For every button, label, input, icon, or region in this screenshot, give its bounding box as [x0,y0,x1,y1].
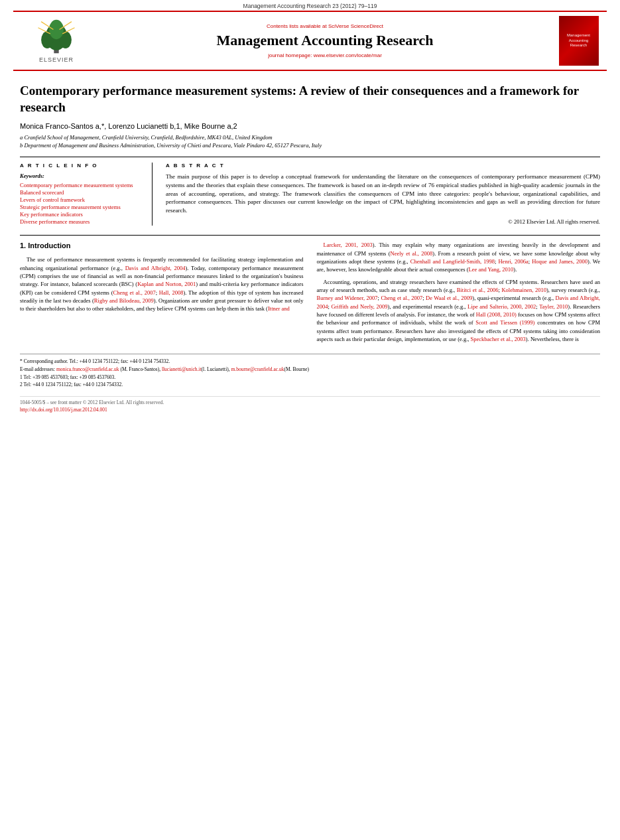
elsevier-logo: ELSEVIER [20,16,93,66]
issn-line: 1044-5005/$ – see front matter © 2012 El… [20,399,600,405]
elsevier-label: ELSEVIER [39,56,74,63]
link-neely[interactable]: Neely et al., 2008 [391,250,433,257]
link-cheng-2007[interactable]: Cheng et al., 2007 [113,289,156,296]
article-title: Contemporary performance measurement sys… [20,83,600,115]
link-dewaal[interactable]: De Waal et al., 2009 [426,295,472,301]
journal-title: Management Accounting Research [216,32,433,49]
keyword-6[interactable]: Diverse performance measures [20,218,144,225]
email-link-3[interactable]: m.bourne@cranfield.ac.uk [231,366,284,372]
footnotes-section: * Corresponding author. Tel.: +44 0 1234… [20,354,600,393]
article-info-box: A R T I C L E I N F O Keywords: Contempo… [20,163,153,226]
abstract-text: The main purpose of this paper is to dev… [166,173,600,214]
footnote-2: 2 Tel: +44 0 1234 751122; fax: +44 0 123… [20,382,600,388]
link-kaplan-norton[interactable]: Kaplan and Norton, 2001 [137,281,196,287]
body-para-3: Accounting, operations, and strategy res… [317,278,601,344]
body-col-right: Larcker, 2001, 2003). This may explain w… [317,241,601,347]
bottom-bar: 1044-5005/$ – see front matter © 2012 El… [20,396,600,417]
journal-header: ELSEVIER Contents lists available at Sci… [13,11,607,71]
link-griffith[interactable]: Griffith and Neely, 2009 [332,303,388,310]
authors-line: Monica Franco-Santos a,*, Lorenzo Lucian… [20,122,600,130]
abstract-box: A B S T R A C T The main purpose of this… [166,163,600,226]
link-cheng-2[interactable]: Cheng et al., 2007 [381,295,422,301]
affiliation-b: b Department of Management and Business … [20,142,600,149]
keyword-4[interactable]: Strategic performance measurement system… [20,204,144,210]
body-para-1: The use of performance measurement syste… [20,255,304,313]
journal-cover: Management Accounting Research [557,16,600,66]
info-abstract-section: A R T I C L E I N F O Keywords: Contempo… [20,157,600,226]
footnote-email: E-mail addresses: monica.franco@cranfiel… [20,366,600,373]
link-tayler[interactable]: Tayler, 2010 [539,303,568,310]
journal-homepage: journal homepage: www.elsevier.com/locat… [268,52,382,58]
svg-point-4 [49,20,64,39]
keyword-5[interactable]: Key performance indicators [20,211,144,218]
link-lipe[interactable]: Lipe and Salterio, 2000, 2002 [467,303,536,310]
journal-cover-image: Management Accounting Research [559,16,599,66]
link-hoque[interactable]: Hoque and James, 2000 [532,258,588,265]
doi-link[interactable]: http://dx.doi.org/10.1016/j.mar.2012.04.… [20,407,107,413]
footnote-1: 1 Tel: +39 085 4537603; fax: +39 085 453… [20,374,600,381]
homepage-link[interactable]: www.elsevier.com/locate/mar [314,52,382,58]
email-link-1[interactable]: monica.franco@cranfield.ac.uk [56,366,119,372]
link-scott[interactable]: Scott and Tiessen (1999) [475,319,534,326]
link-hall2[interactable]: Hall (2008, 2010) [476,311,517,318]
journal-center: Contents lists available at SciVerse Sci… [99,16,550,66]
link-rigby[interactable]: Rigby and Bilodeau, 2009 [94,297,154,304]
article-content: Contemporary performance measurement sys… [20,71,600,354]
journal-citation: Management Accounting Research 23 (2012)… [243,3,377,9]
link-speckbacher[interactable]: Speckbacher et al., 2003 [471,336,526,342]
keyword-1[interactable]: Contemporary performance measurement sys… [20,182,144,188]
link-bititci[interactable]: Bititci et al., 2006 [457,287,499,293]
keyword-3[interactable]: Levers of control framework [20,196,144,203]
link-lee-yang[interactable]: Lee and Yang, 2010 [469,266,514,273]
link-ittner[interactable]: Ittner and [268,305,290,312]
email-link-2[interactable]: llucianetti@unich.it [162,366,202,372]
keywords-list: Contemporary performance measurement sys… [20,182,144,225]
article-info-heading: A R T I C L E I N F O [20,163,144,169]
affiliations: a Cranfield School of Management, Cranfi… [20,134,600,149]
body-col-left: 1. Introduction The use of performance m… [20,241,304,347]
doi-line: http://dx.doi.org/10.1016/j.mar.2012.04.… [20,407,600,413]
keywords-label: Keywords: [20,173,144,179]
link-burney[interactable]: Burney and Widener, 2007 [317,295,378,301]
section1-heading: 1. Introduction [20,241,304,251]
abstract-heading: A B S T R A C T [166,163,600,169]
journal-bar: Management Accounting Research 23 (2012)… [0,0,620,11]
copyright-notice: © 2012 Elsevier Ltd. All rights reserved… [166,218,600,225]
body-para-2: Larcker, 2001, 2003). This may explain w… [317,241,601,273]
section-divider [20,235,600,236]
link-henri[interactable]: Henri, 2006a [498,258,528,265]
link-larcker[interactable]: Larcker, 2001, 2003 [324,242,373,248]
body-text: 1. Introduction The use of performance m… [20,241,600,347]
link-hall-2008[interactable]: Hall, 2008 [159,289,184,296]
affiliation-a: a Cranfield School of Management, Cranfi… [20,134,600,141]
elsevier-tree-icon [30,19,83,55]
sciverse-link: Contents lists available at SciVerse Sci… [267,23,383,29]
author-names: Monica Franco-Santos a,*, Lorenzo Lucian… [20,122,237,130]
link-chenhall[interactable]: Chenhall and Langfield-Smith, 1998 [410,258,495,265]
footnote-star: * Corresponding author. Tel.: +44 0 1234… [20,358,600,365]
link-kolehmainen[interactable]: Kolehmainen, 2010 [501,287,546,293]
link-davis-albright[interactable]: Davis and Albright, 2004 [125,265,186,271]
sciverse-name[interactable]: SciVerse ScienceDirect [328,23,383,29]
keyword-2[interactable]: Balanced scorecard [20,189,144,196]
